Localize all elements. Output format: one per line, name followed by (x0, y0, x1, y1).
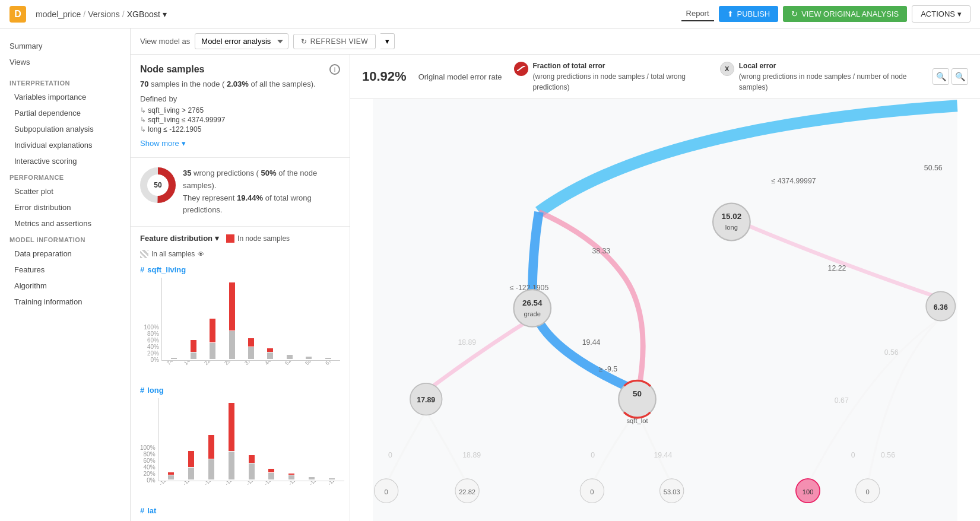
error-rate-value: 10.92% (362, 69, 407, 84)
svg-text:≥ -9.5: ≥ -9.5 (599, 365, 618, 373)
view-original-button[interactable]: ↻ VIEW ORIGINAL ANALYSIS (783, 6, 907, 22)
node-stats: 70 samples in the node ( 2.03% of all th… (140, 80, 340, 88)
svg-text:18.89: 18.89 (462, 451, 481, 459)
svg-text:0.56: 0.56 (881, 451, 895, 459)
svg-text:15.02: 15.02 (722, 212, 742, 221)
breadcrumb-model[interactable]: model_price (36, 9, 81, 19)
svg-text:18.89: 18.89 (458, 338, 476, 347)
breadcrumb-versions[interactable]: Versions (88, 9, 120, 19)
sidebar-item-variables-importance[interactable]: Variables importance (0, 89, 130, 105)
svg-text:38.33: 38.33 (592, 247, 610, 255)
left-panel: Node samples i 70 samples in the node ( … (131, 55, 350, 521)
refresh-view-button[interactable]: ↻ REFRESH VIEW (293, 34, 376, 49)
app-body: Summary Views INTERPRETATION Variables i… (0, 28, 980, 521)
svg-text:100: 100 (803, 488, 814, 495)
topbar: D model_price / Versions / XGBoost ▾ Rep… (0, 0, 980, 28)
svg-text:17.89: 17.89 (417, 396, 435, 404)
legend-in-all: In all samples 👁 (140, 250, 204, 258)
svg-text:22.82: 22.82 (459, 488, 475, 495)
view-model-select[interactable]: Model error analysis (195, 33, 288, 49)
defined-by-label: Defined by (140, 94, 340, 103)
svg-text:50.56: 50.56 (924, 164, 943, 172)
svg-text:19.44: 19.44 (654, 451, 672, 459)
feature-long: # long 100% 80% 60% 40% 20% 0% (140, 386, 340, 494)
show-more-button[interactable]: Show more ▾ (140, 139, 340, 148)
svg-point-19 (713, 204, 750, 241)
eye-icon: 👁 (198, 250, 204, 258)
chevron-down-icon: ▾ (182, 139, 186, 148)
report-button[interactable]: Report (681, 7, 714, 21)
refresh-icon: ↻ (791, 9, 798, 18)
view-bar: View model as Model error analysis ↻ REF… (131, 28, 980, 55)
sidebar-item-interactive-scoring[interactable]: Interactive scoring (0, 153, 130, 169)
sidebar-item-summary[interactable]: Summary (0, 38, 130, 54)
refresh-icon: ↻ (301, 37, 307, 46)
sidebar-item-subpopulation[interactable]: Subpopulation analysis (0, 121, 130, 137)
zoom-out-icon[interactable]: 🔍 (952, 68, 968, 85)
svg-text:50: 50 (633, 389, 642, 398)
svg-text:12.22: 12.22 (828, 264, 846, 272)
sidebar-item-scatter-plot[interactable]: Scatter plot (0, 183, 130, 199)
fraction-legend: Fraction of total error (wrong predictio… (514, 61, 708, 93)
chevron-down-icon: ▾ (215, 234, 219, 243)
error-legend: Fraction of total error (wrong predictio… (514, 61, 921, 93)
svg-text:0.56: 0.56 (884, 348, 899, 357)
view-model-label: View model as (140, 37, 190, 46)
publish-button[interactable]: ⬆ PUBLISH (719, 6, 779, 22)
node-samples-section: Node samples i 70 samples in the node ( … (131, 55, 350, 158)
error-rate-label: Original model error rate (418, 72, 502, 81)
legend-swatch-striped (140, 250, 148, 258)
feature-distribution-section: Feature distribution ▾ In node samples I… (131, 227, 350, 521)
svg-text:grade: grade (524, 310, 541, 317)
sidebar-item-partial-dependence[interactable]: Partial dependence (0, 105, 130, 121)
svg-text:0: 0 (385, 488, 388, 495)
sidebar-item-error-distribution[interactable]: Error distribution (0, 199, 130, 215)
svg-text:6.36: 6.36 (934, 303, 948, 312)
breadcrumb-current: XGBoost ▾ (127, 9, 167, 19)
sidebar-item-algorithm[interactable]: Algorithm (0, 278, 130, 294)
sidebar-item-views[interactable]: Views (0, 54, 130, 70)
right-panel: 10.92% Original model error rate Fractio… (350, 55, 980, 521)
app-logo: D (9, 6, 26, 23)
tree-visualization[interactable]: ≤ 4374.99997 38.33 12.22 50.56 18.89 19.… (350, 99, 980, 521)
info-icon[interactable]: i (329, 64, 340, 75)
sidebar-item-metrics[interactable]: Metrics and assertions (0, 215, 130, 231)
donut-label: 50 (154, 181, 161, 189)
condition-3: long ≤ -122.1905 (140, 125, 340, 134)
sidebar-item-features[interactable]: Features (0, 262, 130, 278)
svg-text:0: 0 (388, 451, 392, 459)
feature-sqft-living: # sqft_living 100% 80% 60% 40% 20% 0% (140, 265, 340, 374)
zoom-in-icon[interactable]: 🔍 (933, 68, 949, 85)
error-rate-bar: 10.92% Original model error rate Fractio… (350, 55, 980, 99)
main-content: View model as Model error analysis ↻ REF… (131, 28, 980, 521)
sidebar: Summary Views INTERPRETATION Variables i… (0, 28, 131, 521)
sidebar-item-data-preparation[interactable]: Data preparation (0, 246, 130, 262)
donut-chart: 50 (140, 167, 176, 203)
sidebar-item-training-info[interactable]: Training information (0, 294, 130, 310)
svg-text:0: 0 (590, 488, 594, 495)
feature-lat: # lat (140, 506, 340, 515)
svg-text:0: 0 (591, 451, 595, 459)
performance-section-title: PERFORMANCE (0, 169, 130, 183)
svg-text:sqft_lot: sqft_lot (626, 417, 648, 424)
svg-text:26.54: 26.54 (522, 298, 543, 307)
node-samples-title: Node samples (140, 64, 204, 75)
svg-text:long: long (725, 224, 738, 231)
chevron-down-icon: ▾ (957, 9, 962, 18)
model-info-section-title: MODEL INFORMATION (0, 231, 130, 246)
content-area: Node samples i 70 samples in the node ( … (131, 55, 980, 521)
wrong-predictions-section: 50 35 wrong predictions ( 50% of the nod… (131, 158, 350, 227)
sidebar-item-individual-explanations[interactable]: Individual explanations (0, 137, 130, 153)
refresh-dropdown-button[interactable]: ▾ (380, 33, 395, 49)
fraction-icon (514, 62, 528, 76)
legend-swatch-red (226, 234, 234, 243)
condition-1: sqft_living > 2765 (140, 106, 340, 115)
svg-text:0.67: 0.67 (835, 396, 849, 405)
feature-dist-title[interactable]: Feature distribution ▾ (140, 234, 219, 243)
svg-text:0: 0 (866, 488, 870, 495)
chevron-down-icon: ▾ (163, 9, 167, 19)
conditions-list: sqft_living > 2765 sqft_living ≤ 4374.99… (140, 106, 340, 134)
actions-button[interactable]: ACTIONS ▾ (912, 5, 971, 23)
svg-point-22 (513, 290, 551, 327)
publish-icon: ⬆ (727, 9, 734, 18)
